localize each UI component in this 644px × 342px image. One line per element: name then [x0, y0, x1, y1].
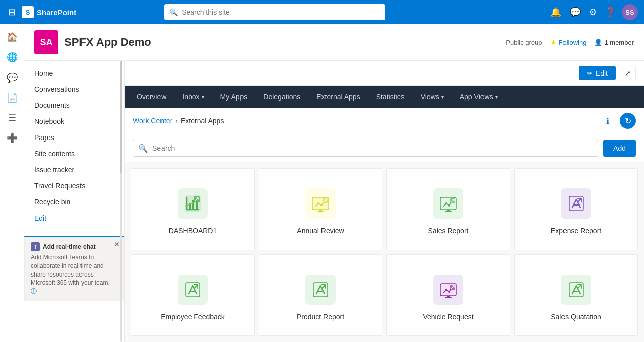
chat-banner-header: T Add real-time chat — [31, 242, 118, 251]
app-card-product-report[interactable]: Product Report — [259, 254, 382, 336]
app-name-expense-report: Expense Report — [551, 227, 601, 235]
notifications-icon[interactable]: 🔔 — [548, 5, 564, 20]
svg-rect-7 — [319, 210, 322, 211]
sharepoint-logo[interactable]: S SharePoint — [22, 6, 76, 18]
sidebar-item-documents[interactable]: Documents — [24, 97, 124, 113]
app-card-expense-report[interactable]: Expense Report — [514, 168, 638, 250]
waffle-icon[interactable]: ⊞ — [6, 5, 18, 20]
chat-icon[interactable]: 💬 — [568, 5, 583, 20]
sidebar-edit-link[interactable]: Edit — [24, 210, 124, 226]
chat-banner-close-button[interactable]: ✕ — [114, 240, 120, 248]
svg-rect-27 — [447, 296, 450, 297]
tab-my-apps[interactable]: My Apps — [212, 86, 256, 108]
chat-banner-description: Add Microsoft Teams to collaborate in re… — [31, 253, 118, 287]
teams-icon: T — [31, 242, 40, 251]
home-rail-icon[interactable]: 🏠 — [3, 28, 21, 46]
info-button[interactable]: ℹ — [600, 113, 616, 129]
expand-icon: ⤢ — [625, 69, 631, 77]
app-card-annual-review[interactable]: Annual Review — [259, 168, 382, 250]
sidebar-item-issue-tracker[interactable]: Issue tracker — [24, 162, 124, 178]
chat-banner-title: Add real-time chat — [43, 243, 96, 250]
page-content: ✏ Edit ⤢ Overview Inbox ▾ My Apps Deleg — [125, 61, 644, 342]
svg-point-10 — [320, 204, 323, 206]
tab-app-views[interactable]: App Views ▾ — [452, 86, 506, 108]
search-icon: 🔍 — [169, 8, 178, 16]
search-icon-small: 🔍 — [138, 144, 148, 153]
search-add-bar: 🔍 Add — [125, 134, 644, 162]
search-input[interactable] — [182, 8, 380, 16]
app-card-employee-feedback[interactable]: Employee Feedback — [131, 254, 255, 336]
svg-rect-23 — [312, 282, 329, 298]
tab-views[interactable]: Views ▾ — [413, 86, 452, 108]
app-icon-annual-review — [305, 188, 336, 219]
svg-rect-32 — [568, 282, 584, 298]
tab-external-apps[interactable]: External Apps — [308, 86, 368, 108]
top-nav-right: 🔔 💬 ⚙ ❓ SS — [548, 4, 638, 20]
content-area: SA SPFX App Demo Public group ★ Followin… — [24, 24, 644, 342]
app-icon-vehicle-request — [433, 275, 463, 305]
expand-button[interactable]: ⤢ — [620, 65, 636, 81]
tab-app-views-arrow: ▾ — [495, 94, 498, 100]
member-label: 👤 1 member — [594, 39, 634, 46]
search-bar: 🔍 — [164, 4, 385, 20]
sidebar-item-recycle-bin[interactable]: Recycle bin — [24, 194, 124, 210]
main-layout: 🏠 🌐 💬 📄 ☰ ➕ SA SPFX App Demo Public grou… — [0, 24, 644, 342]
app-card-vehicle-request[interactable]: Vehicle Request — [386, 254, 510, 336]
add-app-button[interactable]: Add — [603, 140, 636, 157]
left-rail: 🏠 🌐 💬 📄 ☰ ➕ — [0, 24, 24, 342]
sidebar-item-travel-requests[interactable]: Travel Requests — [24, 178, 124, 194]
settings-icon[interactable]: ⚙ — [587, 5, 599, 20]
tab-delegations[interactable]: Delegations — [255, 86, 308, 108]
chat-rail-icon[interactable]: 💬 — [3, 69, 21, 87]
tab-statistics[interactable]: Statistics — [368, 86, 413, 108]
app-card-dashboard1[interactable]: DASHBOARD1 — [131, 168, 255, 250]
sidebar-item-home[interactable]: Home — [24, 65, 124, 81]
refresh-button[interactable]: ↻ — [620, 113, 636, 129]
edit-icon: ✏ — [587, 69, 593, 77]
news-rail-icon[interactable]: 📄 — [3, 89, 21, 107]
sidebar-item-pages[interactable]: Pages — [24, 129, 124, 146]
edit-page-button[interactable]: ✏ Edit — [579, 66, 616, 80]
tab-inbox[interactable]: Inbox ▾ — [174, 86, 212, 108]
breadcrumb-bar: Work Center › External Apps ℹ ↻ — [125, 108, 644, 134]
svg-rect-28 — [445, 297, 452, 298]
sidebar-scrollbar-thumb — [120, 61, 122, 173]
app-name-label: SharePoint — [37, 8, 76, 17]
svg-rect-8 — [317, 211, 324, 212]
app-icon-employee-feedback — [178, 275, 208, 305]
following-label: Following — [559, 39, 587, 46]
globe-rail-icon[interactable]: 🌐 — [3, 48, 21, 66]
chat-banner: ✕ T Add real-time chat Add Microsoft Tea… — [24, 236, 124, 301]
tab-overview[interactable]: Overview — [129, 86, 174, 108]
site-logo: SA — [34, 30, 58, 54]
svg-point-16 — [445, 202, 447, 204]
below-header: Home Conversations Documents Notebook Pa… — [24, 61, 644, 342]
edit-bar: ✏ Edit ⤢ — [125, 61, 644, 86]
app-search-input[interactable] — [152, 144, 593, 152]
sp-logo-icon: S — [22, 6, 34, 18]
svg-point-17 — [448, 204, 450, 207]
site-header-right: Public group ★ Following 👤 1 member — [506, 38, 634, 46]
sidebar-item-notebook[interactable]: Notebook — [24, 113, 124, 129]
user-avatar[interactable]: SS — [622, 4, 638, 20]
list-rail-icon[interactable]: ☰ — [3, 109, 21, 127]
star-icon: ★ — [550, 38, 557, 46]
app-grid: DASHBOARD1 — [125, 162, 644, 342]
app-icon-product-report — [305, 275, 336, 305]
app-name-employee-feedback: Employee Feedback — [160, 313, 225, 321]
breadcrumb-parent[interactable]: Work Center — [133, 117, 172, 125]
app-card-sales-quatation[interactable]: Sales Quatation — [514, 254, 638, 336]
help-icon[interactable]: ❓ — [603, 5, 618, 20]
svg-rect-21 — [185, 282, 201, 298]
app-search-box: 🔍 — [133, 140, 598, 157]
svg-rect-19 — [568, 195, 584, 212]
sidebar-item-conversations[interactable]: Conversations — [24, 81, 124, 97]
sidebar-scrollbar[interactable] — [120, 61, 122, 342]
following-button[interactable]: ★ Following — [550, 38, 587, 46]
app-card-sales-report[interactable]: Sales Report — [386, 168, 510, 250]
chat-banner-learn-more[interactable]: ⓘ — [31, 288, 37, 295]
add-rail-icon[interactable]: ➕ — [3, 129, 21, 147]
site-title: SPFX App Demo — [64, 36, 151, 49]
sidebar-item-site-contents[interactable]: Site contents — [24, 146, 124, 162]
svg-rect-3 — [196, 202, 198, 209]
